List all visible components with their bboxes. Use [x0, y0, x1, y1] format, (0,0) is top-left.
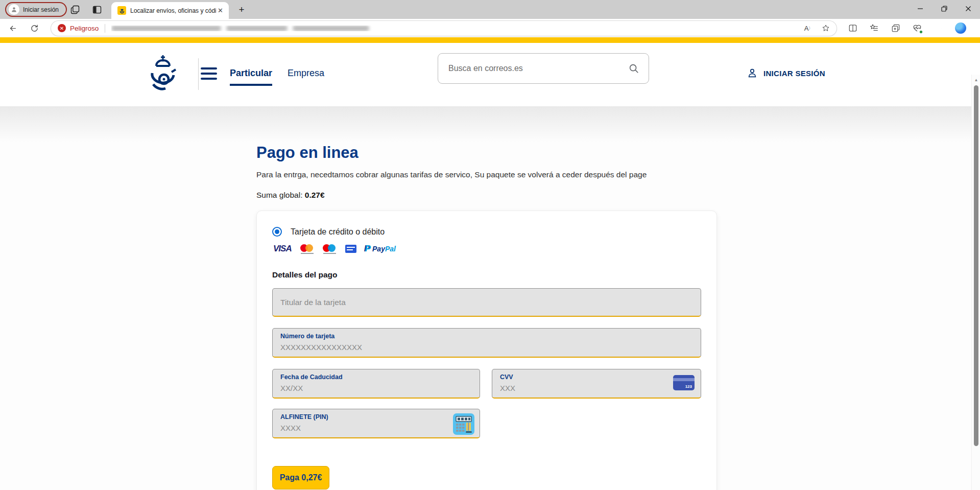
- expiry-field[interactable]: Fecha de Caducidad: [272, 369, 480, 399]
- scrollbar-thumb[interactable]: [974, 85, 978, 446]
- card-number-field[interactable]: Número de tarjeta: [272, 328, 701, 358]
- favorite-star-icon[interactable]: [820, 22, 831, 34]
- search-input[interactable]: [448, 64, 628, 73]
- card-number-label: Número de tarjeta: [280, 333, 334, 340]
- new-tab-button[interactable]: +: [236, 4, 247, 15]
- profile-label: Iniciar sesión: [23, 6, 59, 13]
- read-aloud-icon[interactable]: A〉: [803, 22, 814, 34]
- nav-tab-particular[interactable]: Particular: [230, 68, 272, 79]
- collections-icon[interactable]: [891, 23, 901, 33]
- correos-favicon: [117, 6, 126, 15]
- cvv-card-icon: 123: [673, 375, 695, 390]
- browser-toolbar: ✕ Peligroso A〉: [0, 19, 980, 37]
- back-button[interactable]: [6, 21, 19, 35]
- expiry-label: Fecha de Caducidad: [280, 374, 343, 381]
- payment-method-label: Tarjeta de crédito o débito: [291, 227, 385, 237]
- card-brand-icons: VISA PPayPal: [273, 243, 396, 255]
- total-line: Suma global: 0.27€: [256, 191, 325, 200]
- page-viewport: Particular Empresa INICIAR SESIÓN Pago e…: [0, 37, 980, 490]
- split-screen-icon[interactable]: [848, 23, 858, 33]
- card-number-input[interactable]: [280, 343, 670, 352]
- address-divider: [105, 24, 105, 33]
- pin-input[interactable]: [280, 424, 449, 432]
- details-heading: Detalles del pago: [272, 270, 337, 279]
- window-controls: [908, 0, 980, 17]
- pin-field[interactable]: ALFINETE (PIN): [272, 409, 480, 438]
- workspaces-icon[interactable]: [70, 5, 80, 15]
- cardholder-input[interactable]: [273, 298, 701, 307]
- search-icon[interactable]: [628, 63, 639, 74]
- settings-more-icon[interactable]: [934, 23, 944, 33]
- browser-essentials-icon[interactable]: [912, 23, 922, 33]
- total-label: Suma global:: [256, 191, 302, 199]
- page-description: Para la entrga, necedtamos cobrar alguna…: [256, 170, 647, 179]
- site-search[interactable]: [438, 53, 649, 84]
- amex-icon: [345, 245, 356, 253]
- menu-hamburger-icon[interactable]: [201, 67, 217, 80]
- page-title: Pago en linea: [256, 144, 358, 162]
- browser-window: Iniciar sesión Localizar envíos, oficina…: [0, 0, 980, 490]
- header-divider: [198, 58, 199, 90]
- maestro-icon: [323, 244, 337, 254]
- paypal-icon: PPayPal: [365, 244, 396, 254]
- tab-strip: Iniciar sesión Localizar envíos, oficina…: [0, 0, 980, 19]
- cardholder-field[interactable]: [272, 288, 701, 317]
- header-fade: [0, 106, 980, 142]
- scroll-up-icon[interactable]: ▲: [972, 76, 980, 84]
- payment-card-panel: Tarjeta de crédito o débito VISA PPayPal…: [256, 211, 717, 490]
- favorites-bar-icon[interactable]: [869, 23, 879, 33]
- mastercard-icon: [300, 244, 314, 254]
- page-scrollbar[interactable]: ▲ ▼: [971, 75, 980, 490]
- refresh-button[interactable]: [28, 21, 41, 35]
- total-value: 0.27€: [305, 191, 325, 199]
- copilot-icon[interactable]: [955, 22, 966, 34]
- profile-avatar-icon: [9, 4, 19, 15]
- payment-method-option[interactable]: Tarjeta de crédito o débito: [272, 227, 385, 237]
- nav-tab-empresa[interactable]: Empresa: [288, 68, 324, 79]
- cvv-input[interactable]: [500, 384, 670, 392]
- cvv-label: CVV: [500, 374, 513, 381]
- site-header: Particular Empresa INICIAR SESIÓN: [0, 43, 980, 106]
- pay-button[interactable]: Paga 0,27€: [272, 466, 329, 489]
- restore-button[interactable]: [932, 0, 956, 17]
- obscured-url: [111, 26, 797, 31]
- tab-actions-icon[interactable]: [92, 5, 102, 15]
- login-button[interactable]: INICIAR SESIÓN: [747, 67, 825, 79]
- correos-logo[interactable]: [149, 55, 177, 96]
- login-label: INICIAR SESIÓN: [763, 69, 825, 78]
- cvv-field[interactable]: CVV 123: [492, 369, 701, 399]
- tab-title: Localizar envíos, oficinas y códig: [130, 7, 216, 14]
- security-warning-label: Peligroso: [70, 25, 99, 32]
- browser-tab[interactable]: Localizar envíos, oficinas y códig ✕: [111, 2, 229, 19]
- profile-button[interactable]: Iniciar sesión: [5, 2, 67, 17]
- toolbar-icons: [848, 22, 966, 34]
- visa-icon: VISA: [273, 244, 292, 254]
- danger-badge-icon: ✕: [58, 24, 66, 32]
- expiry-input[interactable]: [280, 384, 449, 392]
- brand-yellow-bar: [0, 37, 980, 43]
- minimize-button[interactable]: [908, 0, 932, 17]
- radio-selected-icon[interactable]: [272, 227, 282, 237]
- close-window-button[interactable]: [956, 0, 980, 17]
- user-icon: [747, 67, 758, 79]
- tab-close-icon[interactable]: ✕: [216, 6, 225, 15]
- pos-terminal-icon: [453, 413, 474, 435]
- address-bar[interactable]: ✕ Peligroso A〉: [51, 21, 836, 36]
- pin-label: ALFINETE (PIN): [280, 413, 328, 421]
